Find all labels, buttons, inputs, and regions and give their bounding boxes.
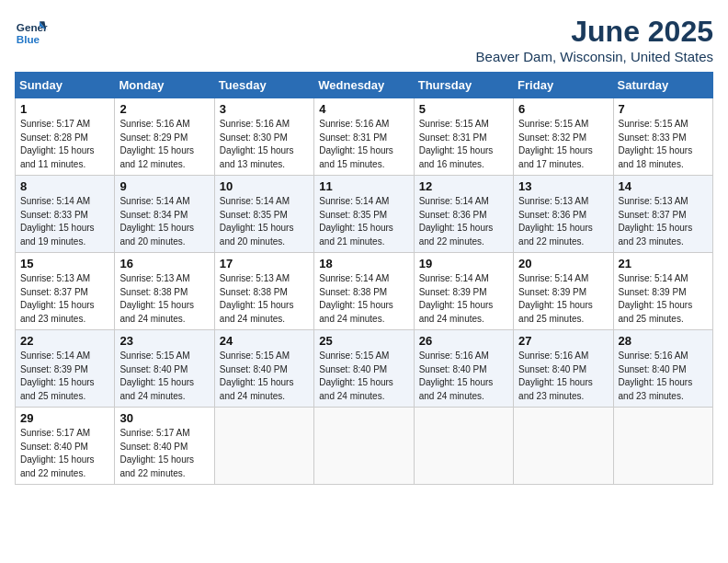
empty-cell — [214, 408, 313, 485]
subtitle: Beaver Dam, Wisconsin, United States — [476, 49, 713, 64]
calendar-week-row: 1Sunrise: 5:17 AMSunset: 8:28 PMDaylight… — [16, 98, 713, 176]
weekday-header-saturday: Saturday — [613, 73, 712, 98]
day-number: 20 — [518, 257, 608, 270]
calendar-day-cell: 17Sunrise: 5:13 AMSunset: 8:38 PMDayligh… — [214, 253, 313, 330]
day-info: Sunrise: 5:14 AMSunset: 8:34 PMDaylight:… — [119, 195, 209, 248]
day-info: Sunrise: 5:14 AMSunset: 8:35 PMDaylight:… — [319, 195, 408, 248]
empty-cell — [613, 408, 712, 485]
calendar-day-cell: 21Sunrise: 5:14 AMSunset: 8:39 PMDayligh… — [613, 253, 712, 330]
day-number: 28 — [619, 334, 708, 348]
day-info: Sunrise: 5:16 AMSunset: 8:40 PMDaylight:… — [419, 350, 508, 403]
day-number: 12 — [419, 179, 508, 193]
title-block: June 2025 Beaver Dam, Wisconsin, United … — [476, 15, 713, 64]
day-number: 16 — [119, 257, 209, 270]
page-header: General Blue June 2025 Beaver Dam, Wisco… — [15, 15, 713, 64]
calendar-day-cell: 1Sunrise: 5:17 AMSunset: 8:28 PMDaylight… — [16, 98, 115, 176]
calendar-day-cell: 4Sunrise: 5:16 AMSunset: 8:31 PMDaylight… — [314, 98, 414, 176]
day-number: 15 — [20, 257, 109, 270]
day-info: Sunrise: 5:15 AMSunset: 8:33 PMDaylight:… — [619, 118, 708, 171]
weekday-header-wednesday: Wednesday — [314, 73, 414, 98]
calendar-day-cell: 24Sunrise: 5:15 AMSunset: 8:40 PMDayligh… — [214, 330, 313, 408]
day-number: 11 — [319, 179, 408, 193]
calendar-day-cell: 14Sunrise: 5:13 AMSunset: 8:37 PMDayligh… — [613, 176, 712, 253]
day-number: 30 — [119, 411, 209, 425]
calendar-day-cell: 30Sunrise: 5:17 AMSunset: 8:40 PMDayligh… — [115, 408, 214, 485]
day-number: 7 — [619, 102, 708, 116]
day-info: Sunrise: 5:13 AMSunset: 8:37 PMDaylight:… — [20, 272, 109, 326]
calendar-day-cell: 13Sunrise: 5:13 AMSunset: 8:36 PMDayligh… — [514, 176, 613, 253]
day-info: Sunrise: 5:14 AMSunset: 8:33 PMDaylight:… — [20, 195, 109, 248]
calendar-day-cell: 29Sunrise: 5:17 AMSunset: 8:40 PMDayligh… — [16, 408, 115, 485]
day-number: 22 — [20, 334, 109, 348]
weekday-header-friday: Friday — [514, 73, 613, 98]
day-number: 17 — [220, 257, 309, 270]
calendar-week-row: 22Sunrise: 5:14 AMSunset: 8:39 PMDayligh… — [16, 330, 713, 408]
calendar-day-cell: 15Sunrise: 5:13 AMSunset: 8:37 PMDayligh… — [16, 253, 115, 330]
day-info: Sunrise: 5:17 AMSunset: 8:40 PMDaylight:… — [119, 427, 209, 480]
day-info: Sunrise: 5:14 AMSunset: 8:39 PMDaylight:… — [20, 350, 109, 403]
day-info: Sunrise: 5:13 AMSunset: 8:38 PMDaylight:… — [220, 272, 309, 326]
main-title: June 2025 — [476, 15, 713, 49]
calendar-day-cell: 18Sunrise: 5:14 AMSunset: 8:38 PMDayligh… — [314, 253, 414, 330]
day-info: Sunrise: 5:16 AMSunset: 8:40 PMDaylight:… — [518, 350, 608, 403]
calendar-day-cell: 19Sunrise: 5:14 AMSunset: 8:39 PMDayligh… — [414, 253, 513, 330]
calendar-day-cell: 2Sunrise: 5:16 AMSunset: 8:29 PMDaylight… — [115, 98, 214, 176]
day-number: 10 — [220, 179, 309, 193]
day-info: Sunrise: 5:15 AMSunset: 8:32 PMDaylight:… — [518, 118, 608, 171]
calendar-day-cell: 26Sunrise: 5:16 AMSunset: 8:40 PMDayligh… — [414, 330, 513, 408]
svg-text:Blue: Blue — [17, 33, 40, 45]
day-number: 14 — [619, 179, 708, 193]
calendar-day-cell: 27Sunrise: 5:16 AMSunset: 8:40 PMDayligh… — [514, 330, 613, 408]
day-number: 3 — [220, 102, 309, 116]
day-info: Sunrise: 5:16 AMSunset: 8:30 PMDaylight:… — [220, 118, 309, 171]
calendar-day-cell: 16Sunrise: 5:13 AMSunset: 8:38 PMDayligh… — [115, 253, 214, 330]
empty-cell — [314, 408, 414, 485]
calendar-day-cell: 20Sunrise: 5:14 AMSunset: 8:39 PMDayligh… — [514, 253, 613, 330]
calendar-week-row: 8Sunrise: 5:14 AMSunset: 8:33 PMDaylight… — [16, 176, 713, 253]
day-number: 24 — [220, 334, 309, 348]
logo-icon: General Blue — [15, 15, 48, 48]
day-number: 13 — [518, 179, 608, 193]
day-number: 18 — [319, 257, 408, 270]
day-info: Sunrise: 5:14 AMSunset: 8:38 PMDaylight:… — [319, 272, 408, 326]
calendar-week-row: 29Sunrise: 5:17 AMSunset: 8:40 PMDayligh… — [16, 408, 713, 485]
calendar-day-cell: 3Sunrise: 5:16 AMSunset: 8:30 PMDaylight… — [214, 98, 313, 176]
day-info: Sunrise: 5:14 AMSunset: 8:35 PMDaylight:… — [220, 195, 309, 248]
calendar-day-cell: 6Sunrise: 5:15 AMSunset: 8:32 PMDaylight… — [514, 98, 613, 176]
day-number: 25 — [319, 334, 408, 348]
day-number: 2 — [119, 102, 209, 116]
calendar-day-cell: 7Sunrise: 5:15 AMSunset: 8:33 PMDaylight… — [613, 98, 712, 176]
day-number: 19 — [419, 257, 508, 270]
calendar-day-cell: 9Sunrise: 5:14 AMSunset: 8:34 PMDaylight… — [115, 176, 214, 253]
empty-cell — [514, 408, 613, 485]
day-info: Sunrise: 5:17 AMSunset: 8:40 PMDaylight:… — [20, 427, 109, 480]
day-number: 21 — [619, 257, 708, 270]
day-info: Sunrise: 5:17 AMSunset: 8:28 PMDaylight:… — [20, 118, 109, 171]
day-info: Sunrise: 5:14 AMSunset: 8:39 PMDaylight:… — [419, 272, 508, 326]
day-info: Sunrise: 5:16 AMSunset: 8:29 PMDaylight:… — [119, 118, 209, 171]
day-number: 4 — [319, 102, 408, 116]
calendar-day-cell: 23Sunrise: 5:15 AMSunset: 8:40 PMDayligh… — [115, 330, 214, 408]
day-info: Sunrise: 5:13 AMSunset: 8:36 PMDaylight:… — [518, 195, 608, 248]
weekday-header-monday: Monday — [115, 73, 214, 98]
day-number: 26 — [419, 334, 508, 348]
calendar-header-row: SundayMondayTuesdayWednesdayThursdayFrid… — [16, 73, 713, 98]
calendar-table: SundayMondayTuesdayWednesdayThursdayFrid… — [15, 72, 713, 485]
weekday-header-sunday: Sunday — [16, 73, 115, 98]
day-number: 23 — [119, 334, 209, 348]
calendar-day-cell: 5Sunrise: 5:15 AMSunset: 8:31 PMDaylight… — [414, 98, 513, 176]
day-number: 29 — [20, 411, 109, 425]
day-info: Sunrise: 5:15 AMSunset: 8:40 PMDaylight:… — [319, 350, 408, 403]
day-info: Sunrise: 5:15 AMSunset: 8:40 PMDaylight:… — [119, 350, 209, 403]
day-number: 8 — [20, 179, 109, 193]
day-info: Sunrise: 5:15 AMSunset: 8:31 PMDaylight:… — [419, 118, 508, 171]
empty-cell — [414, 408, 513, 485]
day-info: Sunrise: 5:15 AMSunset: 8:40 PMDaylight:… — [220, 350, 309, 403]
day-info: Sunrise: 5:16 AMSunset: 8:40 PMDaylight:… — [619, 350, 708, 403]
logo: General Blue — [15, 15, 48, 48]
weekday-header-tuesday: Tuesday — [214, 73, 313, 98]
calendar-day-cell: 22Sunrise: 5:14 AMSunset: 8:39 PMDayligh… — [16, 330, 115, 408]
day-info: Sunrise: 5:14 AMSunset: 8:39 PMDaylight:… — [619, 272, 708, 326]
day-info: Sunrise: 5:13 AMSunset: 8:38 PMDaylight:… — [119, 272, 209, 326]
day-number: 6 — [518, 102, 608, 116]
